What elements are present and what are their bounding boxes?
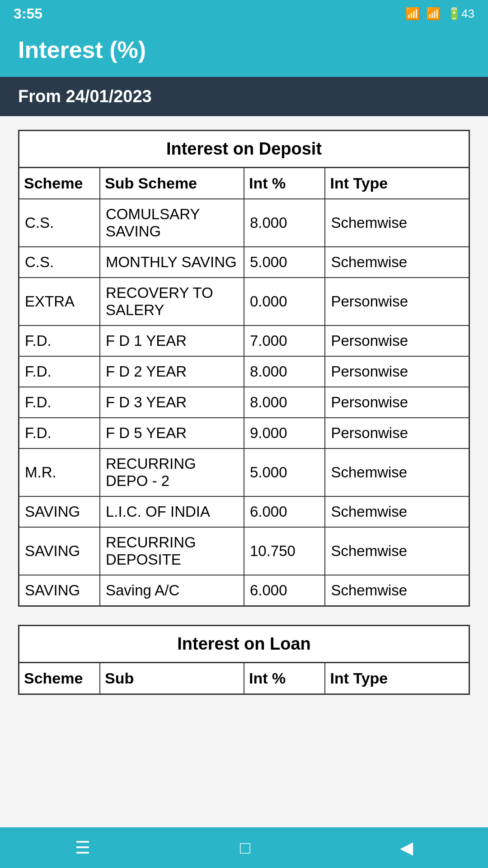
loan-col-inttype: Int Type <box>325 663 469 694</box>
bottom-nav: ☰ □ ◀ <box>0 827 488 868</box>
cell-subscheme: MONTHLY SAVING <box>100 247 244 278</box>
cell-inttype: Personwise <box>325 418 469 448</box>
cell-intpct: 5.000 <box>244 247 325 278</box>
loan-table: Interest on Loan Scheme Sub Int % Int Ty… <box>18 625 470 695</box>
cell-subscheme: RECOVERY TO SALERY <box>100 278 244 326</box>
loan-header-row: Scheme Sub Int % Int Type <box>19 663 469 694</box>
deposit-row-0: C.S.COMULSARY SAVING8.000Schemwise <box>19 199 469 247</box>
cell-subscheme: F D 3 YEAR <box>100 387 244 418</box>
signal-icon: 📶 <box>426 7 441 21</box>
cell-scheme: C.S. <box>19 199 100 247</box>
cell-scheme: SAVING <box>19 496 100 527</box>
status-time: 3:55 <box>14 5 42 22</box>
cell-inttype: Personwise <box>325 278 469 326</box>
wifi-icon: 📶 <box>405 7 420 21</box>
cell-subscheme: RECURRING DEPO - 2 <box>100 448 244 496</box>
deposit-row-3: F.D.F D 1 YEAR7.000Personwise <box>19 326 469 356</box>
cell-inttype: Personwise <box>325 356 469 387</box>
cell-subscheme: L.I.C. OF INDIA <box>100 496 244 527</box>
menu-icon[interactable]: ☰ <box>75 838 90 858</box>
col-header-scheme: Scheme <box>19 168 100 199</box>
loan-section-title: Interest on Loan <box>19 626 469 663</box>
cell-scheme: EXTRA <box>19 278 100 326</box>
deposit-row-9: SAVINGRECURRING DEPOSITE10.750Schemwise <box>19 527 469 575</box>
deposit-row-1: C.S.MONTHLY SAVING5.000Schemwise <box>19 247 469 278</box>
cell-scheme: M.R. <box>19 448 100 496</box>
cell-scheme: SAVING <box>19 527 100 575</box>
deposit-row-7: M.R.RECURRING DEPO - 25.000Schemwise <box>19 448 469 496</box>
cell-intpct: 6.000 <box>244 575 325 606</box>
cell-inttype: Schemwise <box>325 527 469 575</box>
cell-inttype: Personwise <box>325 326 469 356</box>
deposit-title-row: Interest on Deposit <box>19 131 469 168</box>
cell-intpct: 7.000 <box>244 326 325 356</box>
col-header-inttype: Int Type <box>325 168 469 199</box>
cell-subscheme: F D 1 YEAR <box>100 326 244 356</box>
cell-scheme: SAVING <box>19 575 100 606</box>
cell-subscheme: Saving A/C <box>100 575 244 606</box>
cell-inttype: Schemwise <box>325 448 469 496</box>
deposit-row-6: F.D.F D 5 YEAR9.000Personwise <box>19 418 469 448</box>
cell-intpct: 6.000 <box>244 496 325 527</box>
cell-intpct: 0.000 <box>244 278 325 326</box>
date-label: From 24/01/2023 <box>18 87 470 106</box>
col-header-subscheme: Sub Scheme <box>100 168 244 199</box>
loan-col-scheme: Scheme <box>19 663 100 694</box>
home-icon[interactable]: □ <box>240 838 250 858</box>
cell-intpct: 8.000 <box>244 199 325 247</box>
deposit-header-row: Scheme Sub Scheme Int % Int Type <box>19 168 469 199</box>
cell-inttype: Schemwise <box>325 575 469 606</box>
cell-inttype: Schemwise <box>325 247 469 278</box>
status-bar: 3:55 📶 📶 🔋43 <box>0 0 488 27</box>
cell-inttype: Schemwise <box>325 199 469 247</box>
deposit-row-10: SAVINGSaving A/C6.000Schemwise <box>19 575 469 606</box>
loan-col-intpct: Int % <box>244 663 325 694</box>
back-icon[interactable]: ◀ <box>400 838 413 858</box>
cell-intpct: 8.000 <box>244 387 325 418</box>
cell-subscheme: F D 2 YEAR <box>100 356 244 387</box>
cell-intpct: 5.000 <box>244 448 325 496</box>
deposit-section-title: Interest on Deposit <box>19 131 469 168</box>
cell-subscheme: COMULSARY SAVING <box>100 199 244 247</box>
loan-title-row: Interest on Loan <box>19 626 469 663</box>
cell-subscheme: RECURRING DEPOSITE <box>100 527 244 575</box>
cell-subscheme: F D 5 YEAR <box>100 418 244 448</box>
deposit-row-4: F.D.F D 2 YEAR8.000Personwise <box>19 356 469 387</box>
app-title: Interest (%) <box>18 36 470 63</box>
deposit-row-5: F.D.F D 3 YEAR8.000Personwise <box>19 387 469 418</box>
deposit-row-2: EXTRARECOVERY TO SALERY0.000Personwise <box>19 278 469 326</box>
app-header: Interest (%) <box>0 27 488 77</box>
cell-intpct: 8.000 <box>244 356 325 387</box>
loan-col-sub: Sub <box>100 663 244 694</box>
sub-header: From 24/01/2023 <box>0 77 488 116</box>
deposit-row-8: SAVINGL.I.C. OF INDIA6.000Schemwise <box>19 496 469 527</box>
cell-intpct: 10.750 <box>244 527 325 575</box>
cell-intpct: 9.000 <box>244 418 325 448</box>
cell-inttype: Schemwise <box>325 496 469 527</box>
col-header-intpct: Int % <box>244 168 325 199</box>
cell-scheme: F.D. <box>19 356 100 387</box>
cell-scheme: C.S. <box>19 247 100 278</box>
cell-scheme: F.D. <box>19 387 100 418</box>
cell-scheme: F.D. <box>19 326 100 356</box>
cell-inttype: Personwise <box>325 387 469 418</box>
deposit-table: Interest on Deposit Scheme Sub Scheme In… <box>18 130 470 607</box>
status-icons: 📶 📶 🔋43 <box>405 7 474 21</box>
cell-scheme: F.D. <box>19 418 100 448</box>
battery-icon: 🔋43 <box>447 7 474 21</box>
main-content: Interest on Deposit Scheme Sub Scheme In… <box>0 116 488 827</box>
